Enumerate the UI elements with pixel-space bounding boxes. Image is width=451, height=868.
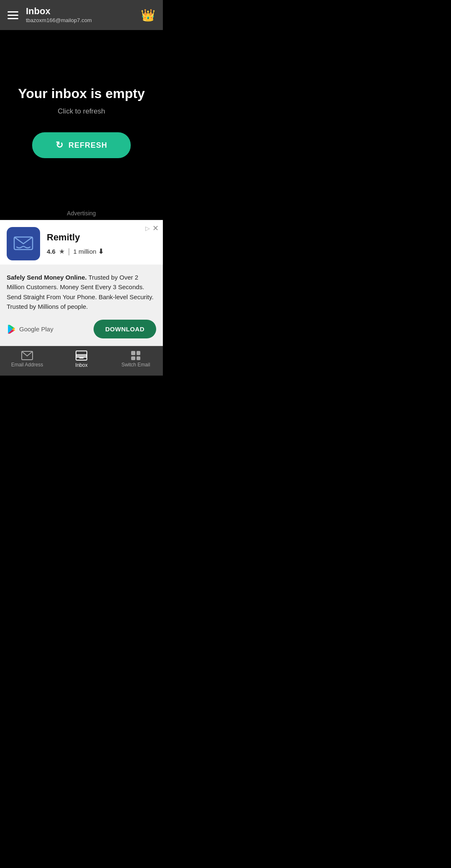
ad-body-text: Safely Send Money Online. Trusted by Ove… [7,273,156,311]
ad-downloads: 1 million ⬇ [73,247,104,255]
nav-item-email-address[interactable]: Email Address [0,351,54,368]
hamburger-menu[interactable] [8,11,18,19]
ad-close-button[interactable]: ✕ [152,225,159,232]
ad-rating: 4.6 [47,248,56,255]
refresh-label: REFRESH [68,141,107,150]
ad-close-area: ▷ ✕ [145,225,159,232]
ad-footer: Google Play DOWNLOAD [0,320,163,346]
bottom-navigation: Email Address Inbox Switch Email [0,346,163,376]
refresh-button[interactable]: ↻ REFRESH [32,132,131,158]
ad-meta: 4.6 ★ | 1 million ⬇ [47,247,156,256]
ad-logo [7,227,40,260]
page-title: Inbox [26,6,92,17]
header-left: Inbox tbazoxm166@mailop7.com [8,6,92,24]
download-button[interactable]: DOWNLOAD [94,320,156,338]
google-play-icon [7,324,17,334]
nav-label-inbox: Inbox [75,362,87,368]
remitly-logo-svg [11,231,36,256]
ad-card[interactable]: Remitly 4.6 ★ | 1 million ⬇ ▷ ✕ Safel [0,220,163,346]
email-address-icon [21,351,33,360]
main-content: Your inbox is empty Click to refresh ↻ R… [0,30,163,206]
ad-info: Remitly 4.6 ★ | 1 million ⬇ [47,232,156,256]
meta-divider: | [68,247,70,256]
star-icon: ★ [59,247,65,255]
crown-icon: 👑 [141,8,155,22]
ad-info-icon[interactable]: ▷ [145,225,150,232]
nav-label-switch-email: Switch Email [122,362,150,368]
switch-email-icon [131,351,140,360]
nav-item-inbox[interactable]: Inbox [54,351,109,368]
advertising-label: Advertising [67,210,96,217]
header-email: tbazoxm166@mailop7.com [26,17,92,24]
svg-rect-4 [76,351,87,356]
ad-app-name: Remitly [47,232,156,243]
ad-body: Safely Send Money Online. Trusted by Ove… [0,265,163,320]
empty-inbox-title: Your inbox is empty [18,86,144,101]
downloads-count: 1 million [73,248,96,255]
ad-body-bold: Safely Send Money Online. [7,274,87,281]
nav-item-switch-email[interactable]: Switch Email [109,351,163,368]
header-title-block: Inbox tbazoxm166@mailop7.com [26,6,92,24]
google-play-badge: Google Play [7,324,53,334]
refresh-icon: ↻ [56,140,63,151]
empty-inbox-subtitle: Click to refresh [58,107,105,116]
nav-label-email-address: Email Address [11,362,43,368]
ad-header: Remitly 4.6 ★ | 1 million ⬇ ▷ ✕ [0,220,163,265]
download-arrow-icon: ⬇ [98,247,104,255]
google-play-label: Google Play [19,326,53,333]
advertising-section: Advertising Remitly 4.6 [0,206,163,346]
inbox-icon [76,351,87,361]
app-header: Inbox tbazoxm166@mailop7.com 👑 [0,0,163,30]
